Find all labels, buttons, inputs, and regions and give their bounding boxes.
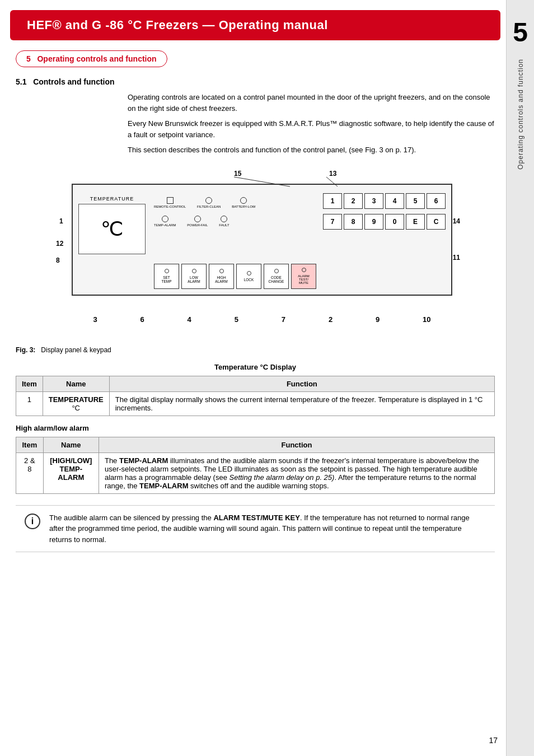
t1-function: The digital display normally shows the c… [109,391,494,416]
key-7[interactable]: 7 [323,214,342,230]
btn-high-alarm[interactable]: HIGHALARM [209,264,234,289]
ann-12: 12 [56,240,63,248]
ann-3: 3 [93,315,97,324]
indicator-battery: BATTERY-LOW [232,197,255,208]
ann-15: 15 [234,170,241,178]
led-buttons-row: SETTEMP LOWALARM HIGHALARM LOCK CODECHAN… [154,264,316,289]
ann-1: 1 [59,217,63,225]
t2-name: [HIGH/LOW]TEMP-ALARM [43,452,99,493]
ann-9: 9 [376,315,380,324]
main-content: 5 Operating controls and function 5.1 Co… [10,40,500,552]
key-5[interactable]: 5 [406,193,425,209]
ann-8: 8 [56,256,60,264]
chapter-title-vertical: Operating controls and function [517,59,524,170]
page-number: 17 [489,736,498,745]
ann-13: 13 [329,170,336,178]
key-9[interactable]: 9 [364,214,383,230]
btn-set-temp[interactable]: SETTEMP [154,264,179,289]
info-icon: i [25,514,40,529]
table-row: 2 & 8 [HIGH/LOW]TEMP-ALARM The TEMP-ALAR… [16,452,495,493]
table2-col-item: Item [16,437,44,452]
manual-header: HEF® and G -86 °C Freezers — Operating m… [10,10,500,40]
btn-alarm-test-mute[interactable]: ALARMTEST/MUTE [291,264,316,289]
indicator-remote: REMOTE-CONTROL [154,197,186,208]
subsection-title: 5.1 Controls and function [16,77,495,86]
key-2[interactable]: 2 [344,193,363,209]
keypad-row-1: 1 2 3 4 5 6 [323,193,446,209]
bottom-annotations: 3 6 4 5 7 2 9 10 [72,315,452,324]
key-4[interactable]: 4 [385,193,404,209]
fig-label: Fig. 3: [16,346,35,354]
indicator-filter: FILTER-CLEAN [197,197,221,208]
temp-label: TEMPERATURE [90,196,134,202]
table2-col-function: Function [99,437,494,452]
table1-col-item: Item [16,376,43,391]
key-8[interactable]: 8 [344,214,363,230]
para-2: Every New Brunswick freezer is equipped … [128,118,495,140]
key-e[interactable]: E [406,214,425,230]
section-title: 5 Operating controls and function [16,50,167,67]
keypad-row-2: 7 8 9 0 E C [323,214,446,230]
key-3[interactable]: 3 [364,193,383,209]
btn-lock[interactable]: LOCK [236,264,261,289]
info-text: The audible alarm can be silenced by pre… [49,512,486,545]
fig-text: Display panel & keypad [41,346,111,354]
key-6[interactable]: 6 [427,193,446,209]
ann-6: 6 [140,315,144,324]
table1-section-title: Temperature °C Display [16,363,495,371]
t1-item: 1 [16,391,43,416]
t2-function: The TEMP-ALARM illuminates and the audib… [99,452,494,493]
table2: Item Name Function 2 & 8 [HIGH/LOW]TEMP-… [16,437,495,494]
ann-10: 10 [423,315,430,324]
key-0[interactable]: 0 [385,214,404,230]
indicators-top-row: REMOTE-CONTROL FILTER-CLEAN BATTERY-LOW [154,197,255,208]
ann-2: 2 [329,315,332,324]
t2-item: 2 & 8 [16,452,44,493]
section-header: 5 Operating controls and function [16,40,495,77]
ann-5: 5 [235,315,238,324]
table2-section-title: High alarm/low alarm [16,424,495,432]
indicator-power-fail: POWER-FAIL [187,216,208,227]
chapter-number: 5 [513,17,528,48]
header-title: HEF® and G -86 °C Freezers — Operating m… [27,18,328,32]
ann-11: 11 [453,254,460,262]
key-c[interactable]: C [427,214,446,230]
table1-col-name: Name [43,376,109,391]
ann-4: 4 [188,315,191,324]
key-1[interactable]: 1 [323,193,342,209]
table2-col-name: Name [43,437,99,452]
btn-code-change[interactable]: CODECHANGE [264,264,289,289]
btn-low-alarm[interactable]: LOWALARM [181,264,207,289]
indicators-bottom-row: TEMP-ALARM POWER-FAIL FAULT [154,216,229,227]
ann-14: 14 [453,217,460,225]
section-title-text: Operating controls and function [37,54,156,63]
section-number: 5 [26,54,31,63]
indicator-fault: FAULT [219,216,229,227]
table1: Item Name Function 1 TEMPERATURE°C The d… [16,376,495,416]
t1-name: TEMPERATURE°C [43,391,109,416]
control-panel-diagram: 15 13 1 12 8 14 11 TEMPERATURE ℃ REMOTE-… [16,167,495,340]
ann-7: 7 [282,315,285,324]
para-1: Operating controls are located on a cont… [128,92,495,114]
table1-col-function: Function [109,376,494,391]
para-3: This section describes the controls and … [128,144,495,156]
fig-caption: Fig. 3: Display panel & keypad [16,346,495,354]
table-row: 1 TEMPERATURE°C The digital display norm… [16,391,495,416]
indicator-temp-alarm: TEMP-ALARM [154,216,176,227]
info-box: i The audible alarm can be silenced by p… [16,505,495,553]
celsius-symbol: ℃ [101,217,123,241]
temp-display-box: ℃ [78,204,146,254]
control-panel-box: TEMPERATURE ℃ REMOTE-CONTROL FILTER-CLEA… [72,184,452,296]
side-tab: 5 Operating controls and function [506,0,534,756]
